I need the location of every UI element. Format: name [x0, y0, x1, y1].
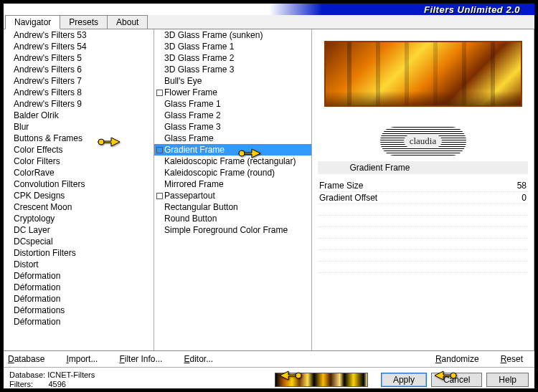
category-item[interactable]: Andrew's Filters 9 [4, 98, 154, 110]
filter-item[interactable]: Mirrored Frame [154, 178, 311, 190]
category-item[interactable]: Distort [4, 259, 154, 270]
param-name: Frame Size [319, 181, 363, 191]
tab-bar: NavigatorPresetsAbout [4, 15, 534, 29]
category-item[interactable]: Déformations [4, 305, 154, 316]
category-item[interactable]: Andrew's Filters 7 [4, 75, 154, 87]
watermark: claudia [380, 127, 466, 156]
filter-item[interactable]: Glass Frame 2 [154, 110, 311, 121]
randomize-button[interactable]: Randomize [435, 354, 479, 364]
apply-button[interactable]: Apply [381, 373, 427, 387]
category-item[interactable]: Crescent Moon [4, 201, 154, 213]
category-item[interactable]: Andrew's Filters 8 [4, 87, 154, 98]
category-item[interactable]: Color Filters [4, 156, 154, 167]
editor-button[interactable]: Editor... [184, 354, 213, 364]
filter-item[interactable]: 3D Glass Frame (sunken) [154, 29, 311, 41]
titlebar: Filters Unlimited 2.0 [4, 4, 534, 15]
reset-button[interactable]: Reset [501, 354, 523, 364]
filter-item[interactable]: Glass Frame [154, 133, 311, 144]
category-item[interactable]: Andrew's Filters 5 [4, 52, 154, 64]
selected-filter-title: Gradient Frame [318, 161, 528, 174]
filter-item[interactable]: Passepartout [154, 190, 311, 201]
category-item[interactable]: Color Effects [4, 144, 154, 156]
database-button[interactable]: Database [8, 354, 44, 364]
filter-item[interactable]: Flower Frame [154, 87, 311, 98]
category-item[interactable]: Andrew's Filters 6 [4, 64, 154, 75]
database-info: Database: ICNET-Filters Filters: 4596 [9, 371, 95, 389]
category-item[interactable]: Distortion Filters [4, 247, 154, 259]
filter-item[interactable]: Gradient Frame [154, 144, 311, 156]
preview-panel: claudia Gradient Frame Frame Size58Gradi… [312, 29, 534, 350]
category-item[interactable]: Déformation [4, 282, 154, 293]
filter-item[interactable]: Glass Frame 3 [154, 121, 311, 133]
toolbar: Database Import... Filter Info... Editor… [4, 350, 534, 367]
filter-item[interactable]: Kaleidoscopic Frame (round) [154, 167, 311, 178]
category-item[interactable]: Déformation [4, 270, 154, 282]
filter-item[interactable]: Simple Foreground Color Frame [154, 224, 311, 236]
category-item[interactable]: Balder Olrik [4, 110, 154, 121]
category-item[interactable]: Convolution Filters [4, 178, 154, 190]
param-row[interactable]: Gradient Offset0 [318, 192, 528, 204]
import-button[interactable]: Import... [66, 354, 98, 364]
app-title: Filters Unlimited 2.0 [424, 4, 520, 15]
category-item[interactable]: Déformation [4, 316, 154, 328]
filter-item[interactable]: Glass Frame 1 [154, 98, 311, 110]
category-item[interactable]: Buttons & Frames [4, 133, 154, 144]
tab-presets[interactable]: Presets [60, 15, 108, 29]
cancel-button[interactable]: Cancel [431, 373, 482, 387]
category-item[interactable]: Andrew's Filters 54 [4, 41, 154, 52]
category-item[interactable]: DC Layer [4, 224, 154, 236]
tab-about[interactable]: About [107, 15, 148, 29]
category-item[interactable]: Cryptology [4, 213, 154, 224]
preview-image [324, 41, 522, 107]
filter-item[interactable]: Bull's Eye [154, 75, 311, 87]
app-window: Filters Unlimited 2.0 NavigatorPresetsAb… [4, 4, 534, 388]
filter-item[interactable]: 3D Glass Frame 1 [154, 41, 311, 52]
category-list[interactable]: Andrew's Filters 53Andrew's Filters 54An… [4, 29, 154, 350]
filter-item[interactable]: Round Button [154, 213, 311, 224]
footer: Database: ICNET-Filters Filters: 4596 Ap… [4, 367, 534, 392]
watermark-text: claudia [404, 135, 443, 148]
filter-item[interactable]: Rectangular Button [154, 201, 311, 213]
help-button[interactable]: Help [486, 373, 529, 387]
filter-item[interactable]: 3D Glass Frame 3 [154, 64, 311, 75]
param-value: 0 [522, 193, 527, 203]
param-row[interactable]: Frame Size58 [318, 180, 528, 192]
gradient-swatch [275, 373, 368, 387]
category-item[interactable]: DCspecial [4, 236, 154, 247]
category-item[interactable]: ColorRave [4, 167, 154, 178]
param-value: 58 [517, 181, 527, 191]
category-item[interactable]: CPK Designs [4, 190, 154, 201]
filter-item[interactable]: Kaleidoscopic Frame (rectangular) [154, 156, 311, 167]
filter-info-button[interactable]: Filter Info... [119, 354, 162, 364]
filter-list[interactable]: 3D Glass Frame (sunken)3D Glass Frame 13… [154, 29, 312, 350]
category-item[interactable]: Déformation [4, 293, 154, 305]
category-item[interactable]: Andrew's Filters 53 [4, 29, 154, 41]
category-item[interactable]: Blur [4, 121, 154, 133]
param-name: Gradient Offset [319, 193, 377, 203]
filter-item[interactable]: 3D Glass Frame 2 [154, 52, 311, 64]
tab-navigator[interactable]: Navigator [5, 15, 60, 29]
